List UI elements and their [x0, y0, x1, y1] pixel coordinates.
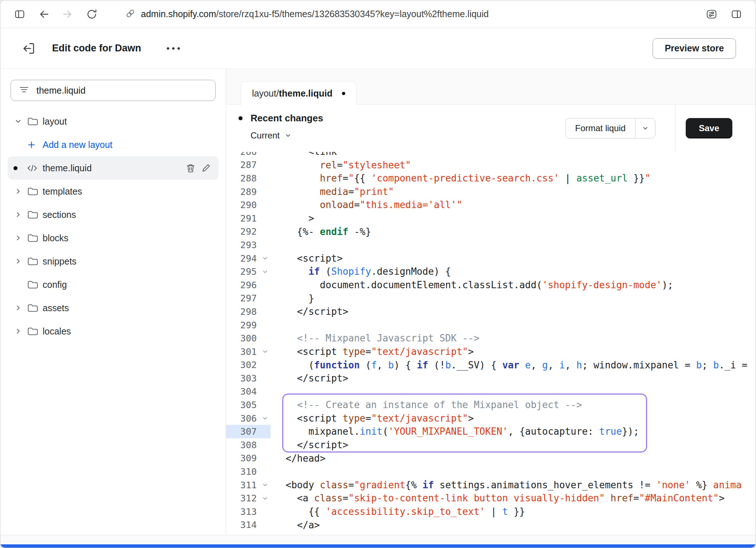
code-line-307: 307 mixpanel.init('YOUR_MIXPANEL_TOKEN',… [226, 425, 756, 438]
sidebar-item-blocks[interactable]: blocks [0, 226, 226, 250]
line-number: 308 [226, 438, 260, 452]
code-text[interactable]: <a class="skip-to-content-link button vi… [271, 492, 725, 505]
line-number: 312 [226, 492, 260, 505]
fold-spacer [260, 212, 271, 225]
chevron-right-icon[interactable] [13, 187, 27, 196]
code-text[interactable]: <link [271, 152, 337, 158]
code-text[interactable]: <!-- Create an instance of the Mixpanel … [271, 398, 582, 412]
line-number: 292 [226, 225, 260, 239]
tab-layout-theme-liquid[interactable]: layout/theme.liquid [241, 81, 357, 105]
delete-file-button[interactable] [183, 160, 198, 176]
browser-extension-icon[interactable] [702, 4, 721, 24]
reload-icon[interactable] [82, 4, 102, 24]
sidebar-item-label: sections [43, 210, 76, 220]
file-search-input[interactable]: theme.liquid [11, 80, 216, 101]
folder-icon [27, 326, 43, 337]
fold-spacer [260, 318, 271, 332]
code-line-294: 294 <script> [226, 252, 756, 265]
save-button[interactable]: Save [686, 118, 732, 138]
code-text[interactable]: } [271, 292, 314, 305]
chevron-right-icon[interactable] [13, 257, 27, 266]
code-text[interactable]: document.documentElement.classList.add('… [271, 278, 673, 292]
line-number: 313 [226, 505, 260, 518]
code-text[interactable]: href="{{ 'component-predictive-search.cs… [271, 172, 650, 185]
chevron-down-icon[interactable] [13, 117, 27, 126]
fold-toggle-icon[interactable] [260, 478, 271, 492]
exit-editor-button[interactable] [19, 39, 38, 58]
sidebar-item-label: config [43, 279, 67, 290]
sidebar-item-templates[interactable]: templates [0, 180, 226, 203]
fold-spacer [260, 185, 271, 199]
code-line-291: 291 > [226, 212, 756, 225]
code-text[interactable]: </head> [271, 452, 326, 465]
code-line-290: 290 onload="this.media='all'" [226, 198, 756, 212]
rename-file-button[interactable] [198, 160, 213, 176]
code-text[interactable]: <script type="text/javascript"> [271, 345, 474, 359]
fold-spacer [260, 225, 271, 239]
code-text[interactable]: <body class="gradient{% if settings.anim… [271, 478, 742, 492]
code-text[interactable]: onload="this.media='all'" [271, 198, 462, 212]
code-text[interactable]: <script type="text/javascript"> [271, 412, 474, 425]
chevron-right-icon[interactable] [13, 233, 27, 243]
format-liquid-caret-button[interactable] [635, 118, 655, 138]
fold-toggle-icon[interactable] [260, 265, 271, 278]
more-actions-button[interactable] [164, 41, 183, 56]
format-liquid-button[interactable]: Format liquid [565, 118, 655, 138]
sidebar-item-sections[interactable]: sections [0, 203, 226, 226]
line-number: 298 [226, 305, 260, 318]
fold-toggle-icon[interactable] [260, 252, 271, 265]
sidebar-item-theme-liquid[interactable]: theme.liquid [8, 156, 218, 180]
code-text[interactable]: <script> [271, 252, 343, 265]
url-text: admin.shopify.com/store/rzq1xu-f5/themes… [141, 9, 489, 19]
code-file-icon [27, 163, 43, 174]
line-number: 307 [226, 425, 260, 438]
fold-toggle-icon[interactable] [260, 345, 271, 359]
sidebar-item-locales[interactable]: locales [0, 320, 226, 343]
code-text[interactable]: {%- endif -%} [271, 225, 371, 239]
preview-store-button[interactable]: Preview store [653, 38, 736, 59]
unsaved-indicator-icon [342, 92, 345, 95]
fold-spacer [260, 332, 271, 345]
code-text[interactable]: </a> [271, 518, 320, 532]
address-bar[interactable]: admin.shopify.com/store/rzq1xu-f5/themes… [125, 8, 697, 20]
code-text[interactable]: <!-- Mixpanel Javascript SDK --> [271, 332, 480, 345]
chevron-right-icon[interactable] [13, 326, 27, 336]
code-text[interactable]: media="print" [271, 185, 394, 199]
code-text[interactable]: </script> [271, 438, 349, 452]
code-text[interactable]: </script> [271, 305, 349, 318]
sidebar-item-snippets[interactable]: snippets [0, 250, 226, 273]
sidebar-toggle-icon[interactable] [10, 4, 29, 24]
code-text[interactable]: > [271, 212, 314, 225]
forward-icon[interactable] [58, 4, 78, 24]
code-text[interactable]: (function (f, b) { if (!b.__SV) { var e,… [271, 359, 747, 372]
code-line-299: 299 [226, 318, 756, 332]
sidebar-add-layout-link[interactable]: Add a new layout [0, 133, 226, 156]
sidebar-item-layout[interactable]: layout [0, 110, 226, 133]
split-view-icon[interactable] [727, 4, 746, 24]
code-text[interactable]: mixpanel.init('YOUR_MIXPANEL_TOKEN', {au… [271, 425, 639, 438]
file-tree: layoutAdd a new layouttheme.liquidtempla… [0, 110, 226, 343]
sidebar-item-config[interactable]: config [0, 273, 226, 296]
chevron-right-icon[interactable] [13, 210, 27, 219]
fold-toggle-icon[interactable] [260, 492, 271, 505]
sidebar-item-assets[interactable]: assets [0, 296, 226, 320]
code-line-313: 313 {{ 'accessibility.skip_to_text' | t … [226, 505, 756, 518]
back-icon[interactable] [34, 4, 54, 24]
code-text[interactable]: if (Shopify.designMode) { [271, 265, 451, 278]
version-selector[interactable]: Current [251, 130, 292, 141]
app-header: Edit code for Dawn Preview store [0, 28, 756, 69]
sidebar-item-label: layout [43, 116, 67, 127]
code-text[interactable]: </script> [271, 372, 349, 385]
line-number: 302 [226, 359, 260, 372]
fold-toggle-icon[interactable] [260, 412, 271, 425]
code-text[interactable]: {{ 'accessibility.skip_to_text' | t }} [271, 505, 525, 518]
code-editor[interactable]: 286 <link287 rel="stylesheet"288 href="{… [226, 152, 756, 535]
chevron-right-icon[interactable] [13, 303, 27, 313]
file-search-value: theme.liquid [36, 85, 86, 96]
line-number: 304 [226, 385, 260, 399]
code-line-305: 305 <!-- Create an instance of the Mixpa… [226, 398, 756, 412]
code-text[interactable]: rel="stylesheet" [271, 158, 411, 172]
recent-changes-heading: Recent changes [239, 113, 565, 124]
line-number: 314 [226, 518, 260, 532]
fold-spacer [260, 452, 271, 465]
